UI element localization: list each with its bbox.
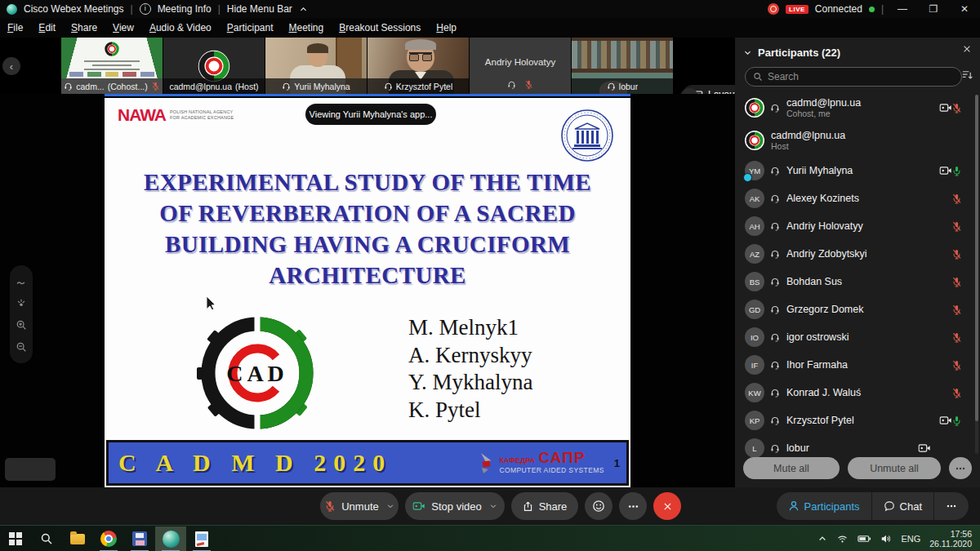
mic-muted-icon[interactable]	[951, 332, 962, 343]
menu-participant[interactable]: Participant	[227, 22, 274, 33]
taskbar-clock[interactable]: 17:56 26.11.2020	[929, 529, 972, 549]
chevron-down-icon[interactable]	[386, 502, 394, 510]
battery-icon[interactable]	[858, 534, 871, 544]
menu-share[interactable]: Share	[71, 22, 97, 33]
headset-icon	[770, 388, 780, 398]
avatar: IO	[745, 327, 764, 347]
more-panels-button[interactable]	[934, 492, 969, 520]
show-hidden-icons-button[interactable]	[817, 534, 827, 544]
collapsed-panel-tab[interactable]	[5, 458, 56, 481]
floppy-app-button[interactable]	[124, 527, 155, 551]
speaker-icon[interactable]	[880, 533, 892, 544]
camera-on-icon	[939, 166, 952, 176]
mic-muted-icon	[151, 82, 160, 91]
menu-audio-video[interactable]: Audio & Video	[149, 22, 212, 33]
video-tile-cohost[interactable]: cadm... (Cohost...)	[61, 38, 163, 94]
mic-active-icon[interactable]	[951, 415, 962, 426]
webex-logo-icon	[7, 4, 17, 15]
search-placeholder: Search	[768, 71, 799, 82]
more-participant-options-button[interactable]	[949, 457, 972, 479]
participant-row[interactable]: cadmd@lpnu.uaCohost, me	[735, 91, 973, 124]
mic-muted-icon[interactable]	[951, 304, 962, 315]
collapse-panel-icon[interactable]	[743, 48, 752, 57]
taskbar-search-button[interactable]	[31, 527, 62, 551]
menu-meeting[interactable]: Meeting	[289, 22, 324, 33]
annotate-icon[interactable]	[16, 276, 27, 287]
close-panel-button[interactable]	[962, 44, 972, 54]
menu-edit[interactable]: Edit	[38, 22, 56, 33]
sharing-indicator	[743, 173, 752, 182]
mic-muted-icon[interactable]	[951, 360, 962, 371]
chat-toggle-button[interactable]: Chat	[872, 492, 933, 520]
share-button[interactable]: Share	[511, 492, 578, 520]
participant-row[interactable]: IF Ihor Farmaha	[735, 351, 973, 379]
sapr-logo-icon	[478, 451, 494, 474]
stop-video-button[interactable]: Stop video	[405, 492, 505, 520]
chrome-button[interactable]	[93, 527, 124, 551]
participant-row[interactable]: KW Konrad J. Waluś	[735, 379, 973, 407]
headset-icon	[770, 193, 780, 203]
start-button[interactable]	[0, 527, 31, 551]
video-tile-host[interactable]: cadmd@lpnu.ua (Host)	[163, 38, 265, 94]
menu-breakout-sessions[interactable]: Breakout Sessions	[339, 22, 421, 33]
panel-toggle-group: Participants Chat	[777, 492, 969, 520]
participant-row[interactable]: YM Yurii Myhalyna	[735, 157, 973, 184]
leave-meeting-button[interactable]	[653, 492, 681, 520]
participant-row[interactable]: GD Grzegorz Domek	[735, 295, 973, 323]
mic-muted-icon[interactable]	[951, 249, 962, 260]
avatar: KW	[745, 383, 764, 402]
mic-muted-icon[interactable]	[951, 277, 962, 287]
video-tile-krzysztof[interactable]: Krzysztof Pytel	[368, 38, 469, 94]
chevron-down-icon[interactable]	[489, 502, 497, 510]
participant-row[interactable]: AK Alexey Kozinets	[735, 184, 973, 212]
menu-view[interactable]: View	[113, 22, 134, 33]
participant-search-input[interactable]: Search	[745, 67, 962, 87]
tile-name: cadmd@lpnu.ua	[169, 82, 232, 91]
unmute-button[interactable]: Unmute	[320, 492, 399, 520]
video-tile-lobur[interactable]: lobur	[572, 38, 673, 94]
participant-row[interactable]: cadmd@lpnu.uaHost	[735, 124, 973, 157]
avatar: YM	[745, 161, 764, 180]
participant-row[interactable]: IO igor ostrowski	[735, 323, 973, 351]
zoom-out-icon[interactable]	[16, 341, 27, 353]
mic-muted-icon[interactable]	[951, 103, 962, 113]
scroll-thumbnails-left-button[interactable]: ‹	[2, 57, 20, 75]
hide-menu-bar-button[interactable]: Hide Menu Bar	[227, 3, 292, 15]
language-indicator[interactable]: ENG	[901, 534, 920, 544]
participant-row[interactable]: AH Andriy Holovatyy	[735, 212, 973, 240]
meeting-control-bar: Unmute Stop video Share Participants	[0, 487, 980, 525]
ellipsis-icon	[627, 500, 639, 513]
reactions-button[interactable]	[585, 492, 612, 520]
participant-row[interactable]: AZ Andriy Zdobytskyi	[735, 240, 973, 268]
webex-taskbar-button[interactable]	[155, 527, 186, 551]
maximize-button[interactable]: ❐	[921, 0, 946, 18]
meeting-info-button[interactable]: Meeting Info	[158, 3, 212, 15]
menu-file[interactable]: File	[7, 22, 23, 33]
slide-page-number: 1	[609, 457, 620, 469]
laser-pointer-icon[interactable]	[16, 298, 27, 309]
menu-help[interactable]: Help	[436, 22, 457, 33]
mute-all-button[interactable]: Mute all	[743, 457, 840, 479]
mic-muted-icon[interactable]	[951, 193, 962, 204]
file-explorer-button[interactable]	[62, 527, 93, 551]
unmute-all-button[interactable]: Unmute all	[848, 457, 941, 479]
mic-muted-icon[interactable]	[951, 221, 962, 232]
participants-toggle-button[interactable]: Participants	[777, 492, 871, 520]
video-tile-yurii[interactable]: Yurii Myhalyna	[265, 38, 367, 94]
video-tile-andriy[interactable]: Andriy Holovatyy	[470, 38, 571, 94]
participant-row[interactable]: BS Bohdan Sus	[735, 268, 973, 295]
document-app-button[interactable]	[186, 527, 217, 551]
zoom-in-icon[interactable]	[16, 319, 27, 331]
participant-row[interactable]: KP Krzysztof Pytel	[735, 407, 973, 434]
close-window-button[interactable]: ✕	[952, 0, 977, 18]
mic-active-icon[interactable]	[951, 166, 962, 176]
minimize-button[interactable]: —	[890, 0, 915, 18]
windows-taskbar: ENG 17:56 26.11.2020	[0, 525, 980, 551]
mic-muted-icon[interactable]	[951, 388, 962, 398]
panel-scrollbar[interactable]	[975, 95, 978, 454]
connection-status: Connected	[815, 3, 862, 15]
webex-window: Cisco Webex Meetings | i Meeting Info | …	[0, 0, 980, 551]
wifi-icon[interactable]	[836, 534, 849, 544]
sort-participants-button[interactable]	[961, 69, 973, 81]
more-options-button[interactable]	[619, 492, 647, 520]
